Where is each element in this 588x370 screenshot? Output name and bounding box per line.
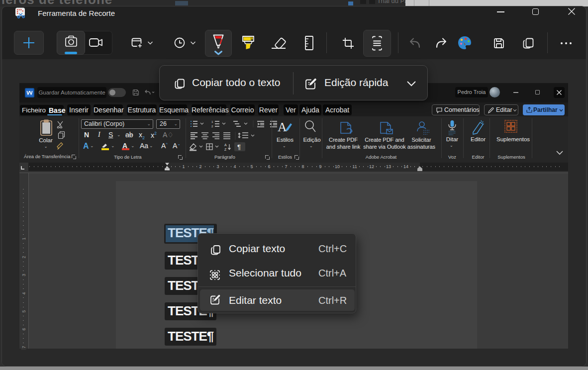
svg-text:Z: Z	[224, 148, 227, 151]
svg-text:A: A	[224, 143, 227, 147]
svg-text:¶: ¶	[237, 143, 241, 151]
svg-text:A: A	[278, 120, 287, 134]
svg-text:2: 2	[211, 125, 213, 128]
svg-text:1: 1	[211, 120, 213, 123]
